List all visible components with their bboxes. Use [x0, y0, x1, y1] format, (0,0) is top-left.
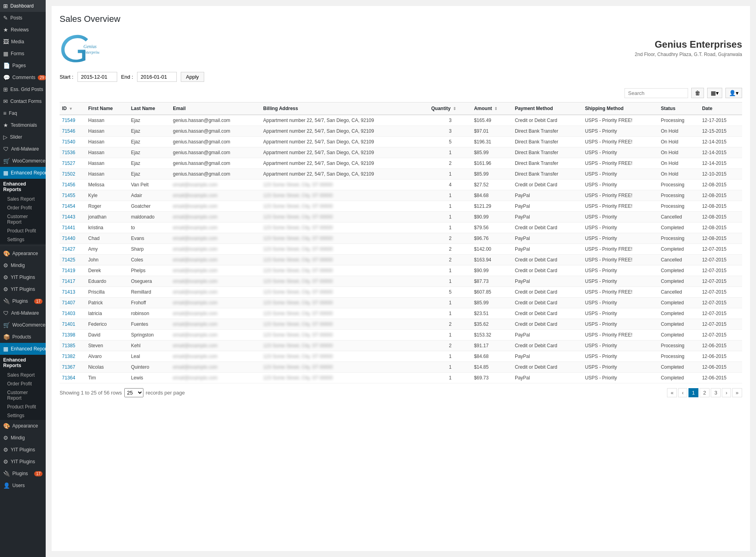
sidebar-item-products[interactable]: 📦 Products	[0, 331, 46, 343]
sidebar-item-yit-plugins-1[interactable]: ⚙ YIT Plugins	[0, 271, 46, 283]
col-id[interactable]: ID ▼	[60, 103, 86, 115]
col-last-name[interactable]: Last Name	[129, 103, 171, 115]
page-last-button[interactable]: »	[732, 388, 742, 397]
order-link[interactable]: 71540	[62, 139, 75, 145]
page-2-button[interactable]: 2	[700, 388, 710, 397]
sidebar-item-plugins[interactable]: 🔌 Plugins 17	[0, 295, 46, 307]
order-link[interactable]: 71382	[62, 354, 75, 359]
page-1-button[interactable]: 1	[688, 388, 698, 397]
sub-item-settings[interactable]: Settings	[0, 235, 46, 244]
sidebar-item-woocommerce-2[interactable]: 🛒 WooCommerce	[0, 319, 46, 331]
sidebar-item-yit-plugins-2[interactable]: ⚙ YIT Plugins	[0, 283, 46, 295]
cell-email: email@example.com	[170, 222, 261, 233]
sidebar-item-enhanced-reports[interactable]: ▦ Enhanced Reports	[0, 167, 46, 179]
sidebar-item-contact-forms[interactable]: ✉ Contact Forms	[0, 95, 46, 107]
apply-button[interactable]: Apply	[181, 72, 204, 82]
sub-item-customer-report-2[interactable]: Customer Report	[0, 388, 46, 402]
sidebar-item-users[interactable]: 👤 Users	[0, 480, 46, 491]
col-first-name[interactable]: First Name	[86, 103, 129, 115]
sidebar-item-ess-grid-posts[interactable]: ⊞ Ess. Grid Posts	[0, 83, 46, 95]
sub-item-sales-report[interactable]: Sales Report	[0, 195, 46, 203]
order-link[interactable]: 71546	[62, 128, 75, 134]
search-input[interactable]	[625, 88, 688, 98]
order-link[interactable]: 71454	[62, 203, 75, 209]
sidebar-item-plugins-2[interactable]: 🔌 Plugins 17	[0, 468, 46, 480]
order-link[interactable]: 71502	[62, 171, 75, 177]
sidebar-item-media[interactable]: 🖼 Media	[0, 36, 46, 48]
sidebar-item-reviews[interactable]: ★ Reviews	[0, 24, 46, 36]
col-amount[interactable]: Amount ⇕	[472, 103, 512, 115]
export-button[interactable]: 👤▾	[725, 88, 742, 98]
sub-item-sales-report-2[interactable]: Sales Report	[0, 371, 46, 379]
col-shipping-method[interactable]: Shipping Method	[582, 103, 658, 115]
sidebar-item-posts[interactable]: ✎ Posts	[0, 12, 46, 24]
sidebar-item-mindig[interactable]: ⚙ Mindig	[0, 259, 46, 271]
delete-button[interactable]: 🗑	[691, 88, 704, 98]
sidebar-item-label: WooCommerce	[12, 158, 45, 164]
sidebar-item-faq[interactable]: ≡ Faq	[0, 107, 46, 119]
sidebar-item-mindig-2[interactable]: ⚙ Mindig	[0, 432, 46, 444]
cell-first: Kyle	[86, 190, 129, 201]
cell-email: email@example.com	[170, 340, 261, 351]
col-payment-method[interactable]: Payment Method	[512, 103, 583, 115]
col-quantity[interactable]: Quantity ⇕	[429, 103, 472, 115]
order-link[interactable]: 71385	[62, 343, 75, 348]
cell-shipping: USPS - Priority	[582, 147, 658, 158]
cell-shipping: USPS - Priority	[582, 362, 658, 373]
table-row: 71456MelissaVan Peltemail@example.com123…	[60, 180, 742, 190]
sub-item-settings-2[interactable]: Settings	[0, 411, 46, 420]
page-prev-button[interactable]: ‹	[678, 388, 687, 397]
order-link[interactable]: 71425	[62, 257, 75, 263]
page-3-button[interactable]: 3	[711, 388, 721, 397]
sub-item-product-profit-2[interactable]: Product Profit	[0, 402, 46, 411]
sidebar-item-yit-plugins-4[interactable]: ⚙ YIT Plugins	[0, 456, 46, 468]
order-link[interactable]: 71549	[62, 118, 75, 123]
per-page-select[interactable]: 25 50 100	[124, 388, 143, 397]
sidebar-item-yit-plugins-3[interactable]: ⚙ YIT Plugins	[0, 444, 46, 456]
columns-button[interactable]: ▦▾	[707, 88, 722, 98]
order-link[interactable]: 71413	[62, 289, 75, 295]
sub-item-order-profit[interactable]: Order Profit	[0, 203, 46, 212]
order-link[interactable]: 71401	[62, 321, 75, 327]
order-link[interactable]: 71367	[62, 364, 75, 370]
sidebar-item-appearance[interactable]: 🎨 Appearance	[0, 248, 46, 259]
order-link[interactable]: 71398	[62, 332, 75, 338]
col-status[interactable]: Status	[658, 103, 700, 115]
sidebar-item-testimonials[interactable]: ★ Testimonials	[0, 119, 46, 131]
order-link[interactable]: 71440	[62, 236, 75, 241]
sidebar-item-anti-malware-2[interactable]: 🛡 Anti-Malware	[0, 307, 46, 319]
order-link[interactable]: 71536	[62, 150, 75, 155]
page-first-button[interactable]: «	[667, 388, 677, 397]
order-link[interactable]: 71427	[62, 246, 75, 252]
order-link[interactable]: 71456	[62, 182, 75, 188]
cell-status: Completed	[658, 265, 700, 276]
sidebar-item-appearance-2[interactable]: 🎨 Appearance	[0, 420, 46, 432]
order-link[interactable]: 71443	[62, 214, 75, 220]
start-date-input[interactable]	[77, 72, 117, 82]
order-link[interactable]: 71407	[62, 300, 75, 306]
sub-item-customer-report[interactable]: Customer Report	[0, 212, 46, 226]
sidebar-item-slider[interactable]: ▷ Slider	[0, 131, 46, 143]
col-email[interactable]: Email	[170, 103, 261, 115]
sidebar-item-anti-malware[interactable]: 🛡 Anti-Malware	[0, 143, 46, 155]
page-next-button[interactable]: ›	[722, 388, 731, 397]
order-link[interactable]: 71364	[62, 375, 75, 381]
order-link[interactable]: 71441	[62, 225, 75, 230]
sub-item-order-profit-2[interactable]: Order Profit	[0, 379, 46, 388]
order-link[interactable]: 71403	[62, 311, 75, 316]
sub-item-product-profit[interactable]: Product Profit	[0, 226, 46, 235]
sidebar-item-woocommerce[interactable]: 🛒 WooCommerce	[0, 155, 46, 167]
order-link[interactable]: 71417	[62, 278, 75, 284]
sidebar-item-dashboard[interactable]: ⊞ Dashboard	[0, 0, 46, 12]
sidebar-item-enhanced-reports-2[interactable]: ▦ Enhanced Reports	[0, 343, 46, 355]
end-date-input[interactable]	[137, 72, 177, 82]
col-date[interactable]: Date	[700, 103, 742, 115]
sidebar-item-comments[interactable]: 💬 Comments 29	[0, 72, 46, 83]
col-billing-address[interactable]: Billing Address	[261, 103, 429, 115]
order-link[interactable]: 71419	[62, 268, 75, 273]
sidebar-item-pages[interactable]: 📄 Pages	[0, 60, 46, 72]
order-link[interactable]: 71527	[62, 161, 75, 166]
order-link[interactable]: 71455	[62, 193, 75, 198]
table-row: 71419DerekPhelpsemail@example.com123 Som…	[60, 265, 742, 276]
sidebar-item-forms[interactable]: ▦ Forms	[0, 48, 46, 60]
